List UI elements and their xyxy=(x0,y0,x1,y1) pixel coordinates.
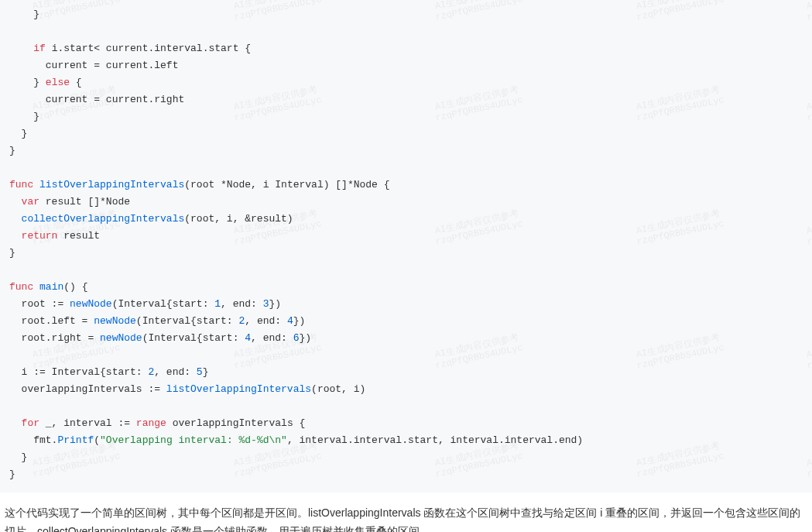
code-line: overlappingIntervals := listOverlappingI… xyxy=(9,381,803,398)
code-line xyxy=(9,160,803,177)
code-line: func listOverlappingIntervals(root *Node… xyxy=(9,177,803,194)
code-line: } xyxy=(9,466,803,483)
explanation-paragraph: 这个代码实现了一个简单的区间树，其中每个区间都是开区间。listOverlapp… xyxy=(0,493,812,532)
code-line: } else { xyxy=(9,74,803,91)
code-line: for _, interval := range overlappingInte… xyxy=(9,415,803,432)
code-line: } xyxy=(9,108,803,125)
code-line: } xyxy=(9,245,803,262)
prose-text: 这个代码实现了一个简单的区间树，其中每个区间都是开区间。listOverlapp… xyxy=(5,506,800,532)
code-line: return result xyxy=(9,228,803,245)
watermark-text: AI生成内容仅供参考rzqPfQRBbS4UDLyc xyxy=(803,0,812,23)
code-line: } xyxy=(9,125,803,142)
code-line: collectOverlappingIntervals(root, i, &re… xyxy=(9,211,803,228)
code-line: current = current.right xyxy=(9,91,803,108)
code-line xyxy=(9,262,803,279)
code-line: } xyxy=(9,449,803,466)
code-line: root.right = newNode(Interval{start: 4, … xyxy=(9,330,803,347)
code-line: i := Interval{start: 2, end: 5} xyxy=(9,364,803,381)
watermark-text: AI生成内容仅供参考rzqPfQRBbS4UDLyc xyxy=(803,440,812,479)
code-line: var result []*Node xyxy=(9,194,803,211)
code-line xyxy=(9,347,803,364)
watermark-text: AI生成内容仅供参考rzqPfQRBbS4UDLyc xyxy=(803,331,812,371)
watermark-text: AI生成内容仅供参考rzqPfQRBbS4UDLyc xyxy=(803,84,812,123)
code-line: root := newNode(Interval{start: 1, end: … xyxy=(9,296,803,313)
code-line: } xyxy=(9,142,803,160)
code-line xyxy=(9,398,803,415)
code-line: func main() { xyxy=(9,279,803,296)
code-line: current = current.left xyxy=(9,57,803,74)
code-line xyxy=(9,23,803,40)
code-line: root.left = newNode(Interval{start: 2, e… xyxy=(9,313,803,330)
watermark-text: AI生成内容仅供参考rzqPfQRBbS4UDLyc xyxy=(803,208,812,247)
code-line: if i.start< current.interval.start { xyxy=(9,40,803,57)
code-line: fmt.Printf("Overlapping interval: %d-%d\… xyxy=(9,432,803,449)
code-block: } if i.start< current.interval.start { c… xyxy=(0,0,812,493)
code-line: } xyxy=(9,6,803,23)
